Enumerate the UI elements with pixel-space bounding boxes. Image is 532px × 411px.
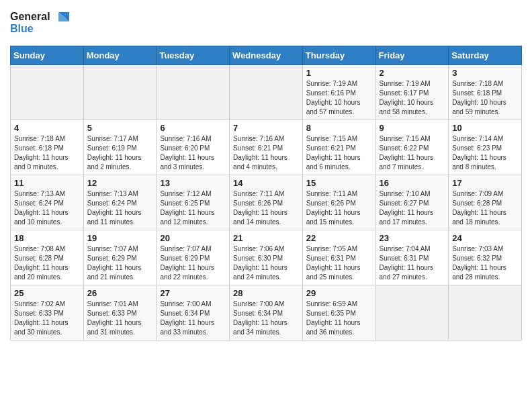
calendar-cell: 15Sunrise: 7:11 AMSunset: 6:26 PMDayligh… xyxy=(302,175,375,230)
calendar-cell: 28Sunrise: 7:00 AMSunset: 6:34 PMDayligh… xyxy=(230,285,303,340)
calendar-cell: 14Sunrise: 7:11 AMSunset: 6:26 PMDayligh… xyxy=(230,175,303,230)
header: General Blue xyxy=(10,7,522,42)
calendar-cell xyxy=(449,285,522,340)
calendar-cell: 23Sunrise: 7:04 AMSunset: 6:31 PMDayligh… xyxy=(375,230,449,285)
day-info: Sunrise: 7:04 AMSunset: 6:31 PMDaylight:… xyxy=(380,244,445,282)
day-info: Sunrise: 7:08 AMSunset: 6:28 PMDaylight:… xyxy=(14,244,80,282)
day-number: 9 xyxy=(380,123,445,133)
day-info: Sunrise: 7:02 AMSunset: 6:33 PMDaylight:… xyxy=(14,300,80,337)
day-number: 22 xyxy=(306,233,372,243)
day-info: Sunrise: 7:12 AMSunset: 6:25 PMDaylight:… xyxy=(160,189,226,227)
day-number: 11 xyxy=(14,178,80,188)
day-info: Sunrise: 7:11 AMSunset: 6:26 PMDaylight:… xyxy=(306,189,372,227)
calendar-cell: 24Sunrise: 7:03 AMSunset: 6:32 PMDayligh… xyxy=(449,230,522,285)
calendar-cell: 1Sunrise: 7:19 AMSunset: 6:16 PMDaylight… xyxy=(302,65,375,120)
calendar-cell: 7Sunrise: 7:16 AMSunset: 6:21 PMDaylight… xyxy=(230,120,303,175)
day-info: Sunrise: 6:59 AMSunset: 6:35 PMDaylight:… xyxy=(306,300,372,337)
day-number: 28 xyxy=(233,288,299,298)
calendar-cell: 17Sunrise: 7:09 AMSunset: 6:28 PMDayligh… xyxy=(449,175,522,230)
day-info: Sunrise: 7:14 AMSunset: 6:23 PMDaylight:… xyxy=(452,134,518,172)
day-info: Sunrise: 7:17 AMSunset: 6:19 PMDaylight:… xyxy=(87,134,153,172)
day-number: 18 xyxy=(14,233,80,243)
day-info: Sunrise: 7:19 AMSunset: 6:16 PMDaylight:… xyxy=(306,79,372,117)
calendar-cell xyxy=(230,65,303,120)
calendar-cell: 19Sunrise: 7:07 AMSunset: 6:29 PMDayligh… xyxy=(83,230,157,285)
day-number: 14 xyxy=(233,178,299,188)
calendar-cell: 27Sunrise: 7:00 AMSunset: 6:34 PMDayligh… xyxy=(157,285,230,340)
day-info: Sunrise: 7:10 AMSunset: 6:27 PMDaylight:… xyxy=(380,189,445,227)
day-number: 24 xyxy=(452,233,518,243)
calendar-cell: 8Sunrise: 7:15 AMSunset: 6:21 PMDaylight… xyxy=(302,120,375,175)
calendar-cell: 5Sunrise: 7:17 AMSunset: 6:19 PMDaylight… xyxy=(83,120,157,175)
calendar-cell: 4Sunrise: 7:18 AMSunset: 6:18 PMDaylight… xyxy=(11,120,84,175)
day-info: Sunrise: 7:00 AMSunset: 6:34 PMDaylight:… xyxy=(233,300,299,337)
calendar-cell: 20Sunrise: 7:07 AMSunset: 6:29 PMDayligh… xyxy=(157,230,230,285)
day-info: Sunrise: 7:18 AMSunset: 6:18 PMDaylight:… xyxy=(452,79,518,117)
svg-text:General: General xyxy=(10,11,50,22)
day-number: 6 xyxy=(160,123,226,133)
day-number: 20 xyxy=(160,233,226,243)
calendar-table: SundayMondayTuesdayWednesdayThursdayFrid… xyxy=(10,46,522,340)
calendar-cell: 2Sunrise: 7:19 AMSunset: 6:17 PMDaylight… xyxy=(375,65,449,120)
day-number: 10 xyxy=(452,123,518,133)
day-number: 13 xyxy=(160,178,226,188)
calendar-cell: 18Sunrise: 7:08 AMSunset: 6:28 PMDayligh… xyxy=(11,230,84,285)
calendar-week-1: 1Sunrise: 7:19 AMSunset: 6:16 PMDaylight… xyxy=(11,65,522,120)
day-info: Sunrise: 7:07 AMSunset: 6:29 PMDaylight:… xyxy=(87,244,153,282)
calendar-cell: 11Sunrise: 7:13 AMSunset: 6:24 PMDayligh… xyxy=(11,175,84,230)
day-number: 4 xyxy=(14,123,80,133)
weekday-header-monday: Monday xyxy=(83,46,157,65)
day-info: Sunrise: 7:05 AMSunset: 6:31 PMDaylight:… xyxy=(306,244,372,282)
day-info: Sunrise: 7:07 AMSunset: 6:29 PMDaylight:… xyxy=(160,244,226,282)
calendar-cell xyxy=(83,65,157,120)
day-number: 15 xyxy=(306,178,372,188)
calendar-cell: 13Sunrise: 7:12 AMSunset: 6:25 PMDayligh… xyxy=(157,175,230,230)
day-info: Sunrise: 7:16 AMSunset: 6:21 PMDaylight:… xyxy=(233,134,299,172)
logo-area: General Blue xyxy=(10,7,71,42)
calendar-cell: 10Sunrise: 7:14 AMSunset: 6:23 PMDayligh… xyxy=(449,120,522,175)
day-number: 2 xyxy=(380,68,445,78)
calendar-week-4: 18Sunrise: 7:08 AMSunset: 6:28 PMDayligh… xyxy=(11,230,522,285)
weekday-header-tuesday: Tuesday xyxy=(157,46,230,65)
day-info: Sunrise: 7:18 AMSunset: 6:18 PMDaylight:… xyxy=(14,134,80,172)
day-number: 17 xyxy=(452,178,518,188)
calendar-cell: 3Sunrise: 7:18 AMSunset: 6:18 PMDaylight… xyxy=(449,65,522,120)
weekday-header-saturday: Saturday xyxy=(449,46,522,65)
page: General Blue SundayMondayTuesdayWednesda… xyxy=(0,0,532,351)
calendar-cell xyxy=(11,65,84,120)
calendar-week-2: 4Sunrise: 7:18 AMSunset: 6:18 PMDaylight… xyxy=(11,120,522,175)
calendar-cell xyxy=(375,285,449,340)
day-info: Sunrise: 7:06 AMSunset: 6:30 PMDaylight:… xyxy=(233,244,299,282)
logo: General Blue xyxy=(10,7,71,42)
day-number: 16 xyxy=(380,178,445,188)
day-info: Sunrise: 7:01 AMSunset: 6:33 PMDaylight:… xyxy=(87,300,153,337)
calendar-cell: 16Sunrise: 7:10 AMSunset: 6:27 PMDayligh… xyxy=(375,175,449,230)
weekday-header-friday: Friday xyxy=(375,46,449,65)
day-number: 25 xyxy=(14,288,80,298)
day-number: 23 xyxy=(380,233,445,243)
day-info: Sunrise: 7:11 AMSunset: 6:26 PMDaylight:… xyxy=(233,189,299,227)
weekday-header-row: SundayMondayTuesdayWednesdayThursdayFrid… xyxy=(11,46,522,65)
calendar-cell: 25Sunrise: 7:02 AMSunset: 6:33 PMDayligh… xyxy=(11,285,84,340)
day-number: 29 xyxy=(306,288,372,298)
day-info: Sunrise: 7:03 AMSunset: 6:32 PMDaylight:… xyxy=(452,244,518,282)
day-info: Sunrise: 7:16 AMSunset: 6:20 PMDaylight:… xyxy=(160,134,226,172)
weekday-header-wednesday: Wednesday xyxy=(230,46,303,65)
day-number: 19 xyxy=(87,233,153,243)
day-number: 26 xyxy=(87,288,153,298)
day-number: 12 xyxy=(87,178,153,188)
svg-text:Blue: Blue xyxy=(10,23,34,34)
day-info: Sunrise: 7:13 AMSunset: 6:24 PMDaylight:… xyxy=(14,189,80,227)
calendar-cell xyxy=(157,65,230,120)
weekday-header-thursday: Thursday xyxy=(302,46,375,65)
calendar-cell: 6Sunrise: 7:16 AMSunset: 6:20 PMDaylight… xyxy=(157,120,230,175)
calendar-week-5: 25Sunrise: 7:02 AMSunset: 6:33 PMDayligh… xyxy=(11,285,522,340)
calendar-cell: 29Sunrise: 6:59 AMSunset: 6:35 PMDayligh… xyxy=(302,285,375,340)
calendar-week-3: 11Sunrise: 7:13 AMSunset: 6:24 PMDayligh… xyxy=(11,175,522,230)
calendar-cell: 21Sunrise: 7:06 AMSunset: 6:30 PMDayligh… xyxy=(230,230,303,285)
day-number: 21 xyxy=(233,233,299,243)
calendar-cell: 12Sunrise: 7:13 AMSunset: 6:24 PMDayligh… xyxy=(83,175,157,230)
day-number: 7 xyxy=(233,123,299,133)
day-number: 8 xyxy=(306,123,372,133)
day-info: Sunrise: 7:09 AMSunset: 6:28 PMDaylight:… xyxy=(452,189,518,227)
